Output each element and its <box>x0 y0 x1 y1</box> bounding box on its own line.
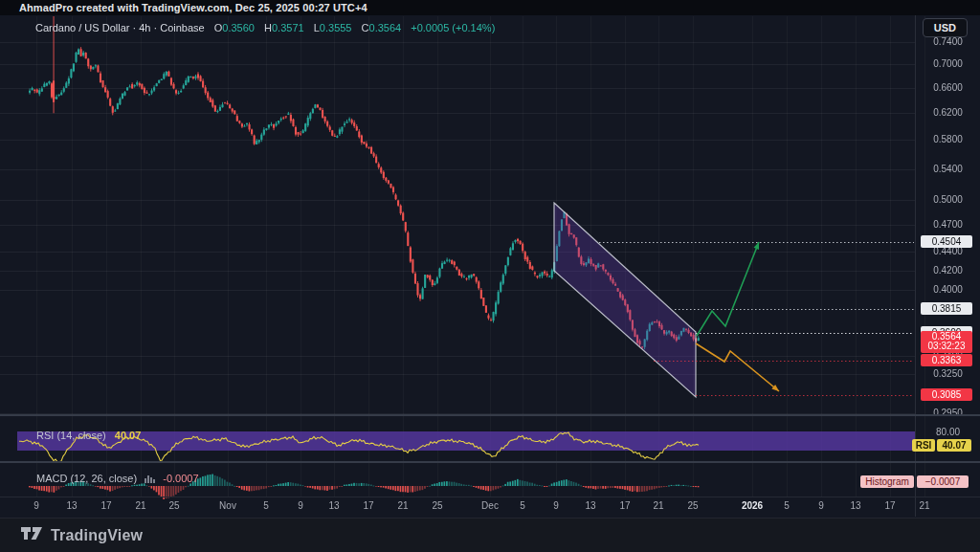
high-value: 0.3571 <box>272 22 304 33</box>
time-tick-label: 25 <box>687 500 698 511</box>
histogram-value-badge: −0.0007 <box>917 475 969 488</box>
high-label: H <box>264 22 272 33</box>
time-tick-label: 25 <box>432 500 442 511</box>
time-tick-label: 2026 <box>742 500 763 511</box>
time-tick-label: 13 <box>328 500 339 511</box>
time-tick-label: 21 <box>653 500 663 511</box>
symbol-name[interactable]: Cardano / US Dollar · 4h · Coinbase <box>35 22 205 33</box>
price-label: 0.6600 <box>916 82 980 93</box>
tradingview-brand-text[interactable]: TradingView <box>51 527 143 544</box>
macd-legend: MACD (12, 26, close) -0.0007 <box>36 473 199 485</box>
macd-label[interactable]: MACD (12, 26, close) <box>36 473 137 484</box>
time-tick-label: 21 <box>919 500 929 511</box>
price-label: 0.6200 <box>916 107 980 118</box>
rsi-value-badge: 40.07 <box>937 439 971 452</box>
time-tick-label: 9 <box>818 500 824 511</box>
price-level-badge: 0.3815 <box>921 302 972 315</box>
price-level-badge: 0.4504 <box>921 235 972 248</box>
price-label: 0.4700 <box>916 219 980 230</box>
footer-bar: TradingView <box>0 518 980 552</box>
price-axis[interactable]: 0.74000.70000.66000.62000.58000.54000.50… <box>916 15 980 517</box>
currency-toggle-button[interactable]: USD <box>923 18 968 37</box>
change-value: +0.0005 (+0.14%) <box>411 22 495 33</box>
watermark-bar: AhmadPro created with TradingView.com, D… <box>0 0 980 15</box>
price-label: 0.7000 <box>916 58 980 69</box>
price-label: 0.7400 <box>916 36 980 47</box>
price-label: 0.5800 <box>916 134 980 144</box>
time-axis[interactable]: 913172125Nov5913172125Dec591317212520265… <box>0 497 980 517</box>
macd-value: -0.0007 <box>163 473 198 484</box>
time-tick-label: 5 <box>263 500 269 511</box>
time-tick-label: 5 <box>784 500 790 511</box>
price-alert-badge: 0.3363 <box>921 354 972 366</box>
symbol-legend: Cardano / US Dollar · 4h · Coinbase O0.3… <box>35 22 495 33</box>
price-label: 0.4000 <box>916 284 980 295</box>
rsi-label[interactable]: RSI (14, close) <box>36 430 106 441</box>
price-label: 0.5000 <box>916 194 980 205</box>
pane-separator-rsi-macd[interactable] <box>0 461 980 463</box>
watermark-text: AhmadPro created with TradingView.com, D… <box>19 2 368 13</box>
time-tick-label: 21 <box>397 500 408 511</box>
rsi-scale-label: 80.00 <box>916 427 980 437</box>
time-tick-label: 9 <box>298 500 303 511</box>
bar-countdown: 03:32:23 <box>921 342 972 351</box>
open-value: 0.3560 <box>222 22 255 33</box>
time-tick-label: 25 <box>168 500 179 511</box>
rsi-badge: RSI <box>912 439 935 452</box>
close-label: C <box>362 22 369 33</box>
tradingview-logo-icon[interactable] <box>20 525 43 545</box>
time-tick-label: 9 <box>553 500 559 511</box>
time-tick-label: 17 <box>884 500 895 511</box>
time-tick-label: 13 <box>850 500 860 511</box>
close-value: 0.3564 <box>369 22 402 33</box>
time-tick-label: 17 <box>619 500 630 511</box>
time-tick-label: Nov <box>219 500 236 511</box>
price-label: 0.3250 <box>916 368 980 379</box>
tradingview-chart-window: AhmadPro created with TradingView.com, D… <box>0 0 980 552</box>
time-tick-label: 13 <box>66 500 77 511</box>
pane-separator-main-rsi[interactable] <box>0 414 980 416</box>
histogram-icon <box>145 474 156 485</box>
time-tick-label: Dec <box>481 500 499 511</box>
price-label: 0.2950 <box>916 408 980 418</box>
time-tick-label: 17 <box>363 500 373 511</box>
price-label: 0.4200 <box>916 265 980 276</box>
time-tick-label: 9 <box>33 500 39 511</box>
time-tick-label: 5 <box>520 500 525 511</box>
time-axis-border <box>0 497 980 497</box>
histogram-badge: Histogram <box>860 475 914 488</box>
low-value: 0.3555 <box>320 22 352 33</box>
time-tick-label: 13 <box>585 500 595 511</box>
time-tick-label: 17 <box>100 500 111 511</box>
rsi-legend: RSI (14, close) 40.07 <box>36 430 141 441</box>
price-label: 0.5400 <box>916 164 980 174</box>
chart-canvas[interactable] <box>0 0 980 552</box>
rsi-value: 40.07 <box>115 430 142 441</box>
current-price-badge: 0.356403:32:23 <box>921 331 972 353</box>
time-tick-label: 21 <box>135 500 145 511</box>
price-alert-badge: 0.3085 <box>921 388 972 401</box>
